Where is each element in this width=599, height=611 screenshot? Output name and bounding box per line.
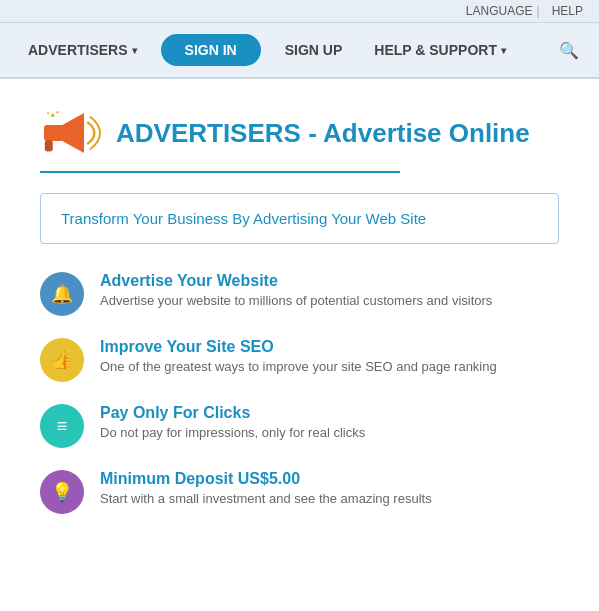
nav-help[interactable]: HELP & SUPPORT ▾ (358, 23, 522, 77)
feature-title-1: Improve Your Site SEO (100, 338, 497, 356)
main-content: ADVERTISERS - Advertise Online Transform… (0, 79, 599, 568)
help-link[interactable]: HELP (552, 4, 583, 18)
svg-point-2 (51, 114, 54, 117)
feature-item: 🔔 Advertise Your Website Advertise your … (40, 272, 559, 316)
svg-point-3 (56, 111, 58, 113)
feature-icon-3: 💡 (40, 470, 84, 514)
feature-text-3: Minimum Deposit US$5.00 Start with a sma… (100, 470, 432, 506)
hero-underline (40, 171, 400, 173)
feature-title-0: Advertise Your Website (100, 272, 492, 290)
svg-rect-1 (44, 125, 58, 141)
help-arrow-icon: ▾ (501, 45, 506, 56)
feature-desc-0: Advertise your website to millions of po… (100, 293, 492, 308)
feature-icon-0: 🔔 (40, 272, 84, 316)
language-link[interactable]: LANGUAGE (466, 4, 533, 18)
nav-signup[interactable]: SIGN UP (269, 23, 359, 77)
tagline-text: Transform Your Business By Advertising Y… (61, 210, 538, 227)
advertisers-arrow-icon: ▾ (132, 45, 137, 56)
separator: | (537, 4, 540, 18)
feature-item: 💡 Minimum Deposit US$5.00 Start with a s… (40, 470, 559, 514)
main-nav: ADVERTISERS ▾ SIGN IN SIGN UP HELP & SUP… (0, 23, 599, 79)
svg-rect-5 (45, 140, 53, 151)
svg-point-4 (47, 112, 49, 114)
feature-desc-1: One of the greatest ways to improve your… (100, 359, 497, 374)
feature-desc-3: Start with a small investment and see th… (100, 491, 432, 506)
feature-title-3: Minimum Deposit US$5.00 (100, 470, 432, 488)
signin-button[interactable]: SIGN IN (161, 34, 261, 66)
feature-desc-2: Do not pay for impressions, only for rea… (100, 425, 365, 440)
feature-title-2: Pay Only For Clicks (100, 404, 365, 422)
feature-list: 🔔 Advertise Your Website Advertise your … (40, 272, 559, 514)
megaphone-icon (40, 103, 104, 163)
feature-item: ≡ Pay Only For Clicks Do not pay for imp… (40, 404, 559, 448)
search-icon[interactable]: 🔍 (551, 41, 587, 60)
feature-text-1: Improve Your Site SEO One of the greates… (100, 338, 497, 374)
feature-icon-1: 👍 (40, 338, 84, 382)
hero-title: ADVERTISERS - Advertise Online (116, 118, 530, 149)
hero-header: ADVERTISERS - Advertise Online (40, 103, 559, 163)
feature-text-0: Advertise Your Website Advertise your we… (100, 272, 492, 308)
nav-advertisers[interactable]: ADVERTISERS ▾ (12, 23, 153, 77)
tagline-box: Transform Your Business By Advertising Y… (40, 193, 559, 244)
feature-text-2: Pay Only For Clicks Do not pay for impre… (100, 404, 365, 440)
feature-item: 👍 Improve Your Site SEO One of the great… (40, 338, 559, 382)
top-bar: LANGUAGE | HELP (0, 0, 599, 23)
feature-icon-2: ≡ (40, 404, 84, 448)
